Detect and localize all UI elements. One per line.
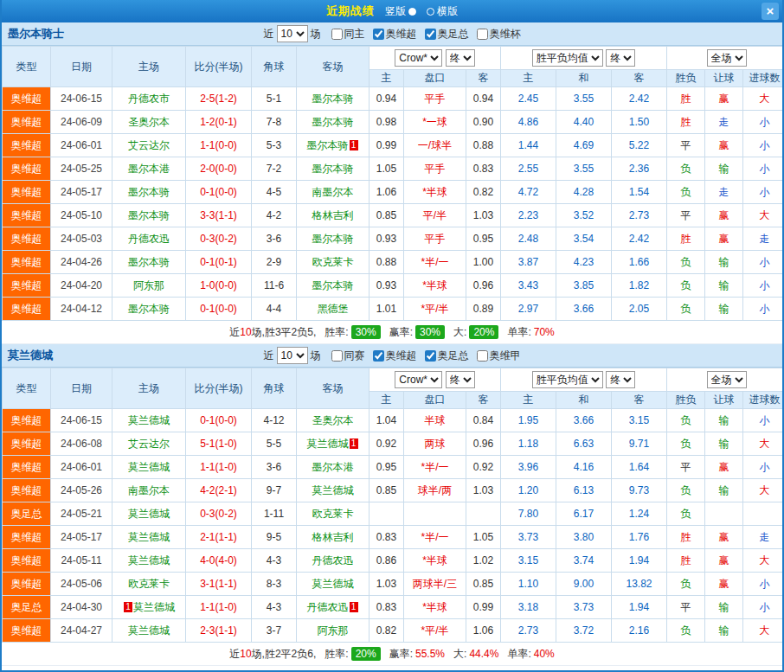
team-name-link[interactable]: 墨尔本骑 xyxy=(312,163,354,175)
team-name-link[interactable]: 莫兰德城 xyxy=(128,554,170,566)
matches-body: 奥维超24-06-15莫兰德城0-1(0-0)4-12圣奥尔本1.04半球0.8… xyxy=(3,409,784,643)
team-name-link[interactable]: 丹德农市 xyxy=(128,93,170,105)
team-name-link[interactable]: 墨尔本骑 xyxy=(312,116,354,128)
team-name-link[interactable]: 阿东那 xyxy=(133,279,164,291)
col-date: 日期 xyxy=(51,47,112,87)
asian-away-odds-cell: 0.84 xyxy=(466,409,501,432)
date-cell: 24-06-01 xyxy=(51,456,112,479)
league-filter-option[interactable]: 奥维甲 xyxy=(477,349,521,363)
league-filter-checkbox[interactable] xyxy=(477,29,488,40)
team-name-link[interactable]: 圣奥尔本 xyxy=(312,414,354,426)
team-name-link[interactable]: 艾云达尔 xyxy=(128,139,170,151)
bookmaker-select[interactable]: Crow* xyxy=(395,49,442,67)
scope-select[interactable]: 全场 xyxy=(707,371,747,388)
asian-home-odds-cell: 1.03 xyxy=(370,573,404,596)
team-name-link[interactable]: 墨尔本骑 xyxy=(312,279,354,291)
team-name-link[interactable]: 莫兰德城 xyxy=(128,508,170,520)
date-cell: 24-05-26 xyxy=(51,479,112,502)
league-filter-checkbox[interactable] xyxy=(331,29,343,40)
europe-odds-select[interactable]: 胜平负均值 xyxy=(532,49,603,67)
team-name-link[interactable]: 墨尔本骑 xyxy=(128,186,170,198)
team-name-link[interactable]: 格林吉利 xyxy=(312,531,354,543)
layout-vertical-option[interactable]: 竖版 xyxy=(385,4,416,19)
league-filter-checkbox[interactable] xyxy=(425,350,436,362)
league-cell: 奥维超 xyxy=(3,479,51,502)
team-name-link[interactable]: 莫兰德城 xyxy=(307,438,349,450)
team-name-link[interactable]: 莫兰德城 xyxy=(128,414,170,426)
team-name-link[interactable]: 墨尔本骑 xyxy=(307,139,349,151)
euro-away-cell: 9.73 xyxy=(612,479,667,502)
team-name-link[interactable]: 格林吉利 xyxy=(312,209,354,221)
close-icon[interactable]: × xyxy=(762,3,779,20)
scope-select[interactable]: 全场 xyxy=(707,49,747,67)
league-filter-checkbox[interactable] xyxy=(373,350,384,362)
summary-count: 10 xyxy=(240,326,251,338)
team-name-link[interactable]: 南墨尔本 xyxy=(128,484,170,496)
league-filter-checkbox[interactable] xyxy=(477,350,488,362)
team-name-link[interactable]: 欧克莱卡 xyxy=(128,578,170,590)
match-count-select[interactable]: 10 xyxy=(277,25,308,42)
league-filter-option[interactable]: 奥足总 xyxy=(425,349,469,363)
team-name-link[interactable]: 墨尔本骑 xyxy=(312,93,354,105)
league-filter-option[interactable]: 奥足总 xyxy=(425,27,469,42)
team-name-link[interactable]: 丹德农迅 xyxy=(128,233,170,245)
team-name-link[interactable]: 艾云达尔 xyxy=(128,438,170,450)
team-name-link[interactable]: 莫兰德城 xyxy=(128,461,170,473)
team-name-link[interactable]: 墨尔本骑 xyxy=(128,209,170,221)
team-name-link[interactable]: 黑德堡 xyxy=(318,303,349,315)
team-name-link[interactable]: 欧克莱卡 xyxy=(312,508,354,520)
league-filter-checkbox[interactable] xyxy=(331,350,343,362)
league-filter-option[interactable]: 同主 xyxy=(331,27,365,42)
league-filter-option[interactable]: 同赛 xyxy=(331,349,365,363)
team-name-link[interactable]: 丹德农迅 xyxy=(312,554,354,566)
team-name-link[interactable]: 莫兰德城 xyxy=(133,601,175,613)
col-handicap: 盘口 xyxy=(404,392,466,409)
team-name-link[interactable]: 莫兰德城 xyxy=(312,484,354,496)
league-cell: 奥维超 xyxy=(3,134,51,157)
team-name-link[interactable]: 圣奥尔本 xyxy=(128,116,170,128)
filter-option-label: 奥足总 xyxy=(438,27,469,42)
team-name-link[interactable]: 墨尔本港 xyxy=(312,461,354,473)
asian-away-odds-cell: 0.89 xyxy=(466,298,501,321)
col-euro-draw: 和 xyxy=(556,70,612,87)
col-euro-home: 主 xyxy=(501,70,556,87)
europe-stage-select[interactable]: 终 xyxy=(606,371,635,388)
handicap-stage-select[interactable]: 终 xyxy=(446,371,475,388)
euro-home-cell: 2.73 xyxy=(501,619,556,643)
team-name-link[interactable]: 墨尔本港 xyxy=(128,163,170,175)
team-name-link[interactable]: 丹德农迅 xyxy=(307,601,349,613)
away-team-cell: 格林吉利 xyxy=(297,204,370,227)
team-name-link[interactable]: 墨尔本骑 xyxy=(128,256,170,268)
league-filter-checkbox[interactable] xyxy=(373,29,384,40)
summary-stat-value: 30% xyxy=(415,325,445,339)
team-name-link[interactable]: 南墨尔本 xyxy=(312,186,354,198)
europe-odds-select[interactable]: 胜平负均值 xyxy=(532,371,603,388)
match-count-select[interactable]: 10 xyxy=(277,347,308,364)
match-row: 奥维超24-04-20阿东那1-0(0-0)11-6墨尔本骑0.93*半球0.9… xyxy=(3,274,784,298)
handicap-cell: 两球 xyxy=(404,432,466,456)
team-name-link[interactable]: 莫兰德城 xyxy=(128,624,170,637)
handicap-cell: 一/球半 xyxy=(404,134,466,157)
match-row: 奥维超24-05-06欧克莱卡3-1(1-1)8-3莫兰德城1.03两球半/三0… xyxy=(3,573,784,596)
handicap-stage-select[interactable]: 终 xyxy=(446,49,475,67)
league-filter-option[interactable]: 奥维超 xyxy=(373,349,417,363)
score-cell: 0-1(0-1) xyxy=(186,251,252,274)
league-filter-checkboxes: 同主奥维超奥足总奥维杯 xyxy=(324,27,521,42)
team-name-link[interactable]: 莫兰德城 xyxy=(312,578,354,590)
team-name-link[interactable]: 墨尔本骑 xyxy=(312,233,354,245)
team-name-link[interactable]: 莫兰德城 xyxy=(128,531,170,543)
league-filter-option[interactable]: 奥维杯 xyxy=(477,27,521,42)
europe-stage-select[interactable]: 终 xyxy=(606,49,635,67)
team-name-link[interactable]: 墨尔本骑 xyxy=(128,303,170,315)
recent-results-window: 近期战绩 竖版 横版 × 墨尔本骑士 近 10 场 同主奥维超奥足总奥维杯 xyxy=(0,0,784,672)
team-name-link[interactable]: 阿东那 xyxy=(318,624,349,637)
away-team-cell: 丹德农迅1 xyxy=(297,596,370,619)
filter-option-label: 奥足总 xyxy=(438,349,469,363)
bookmaker-select[interactable]: Crow* xyxy=(395,371,442,388)
away-team-cell: 墨尔本骑 xyxy=(297,157,370,181)
league-filter-checkbox[interactable] xyxy=(425,29,436,40)
layout-horizontal-option[interactable]: 横版 xyxy=(427,4,458,19)
result-cell: 胜 xyxy=(667,526,705,549)
team-name-link[interactable]: 欧克莱卡 xyxy=(312,256,354,268)
league-filter-option[interactable]: 奥维超 xyxy=(373,27,417,42)
